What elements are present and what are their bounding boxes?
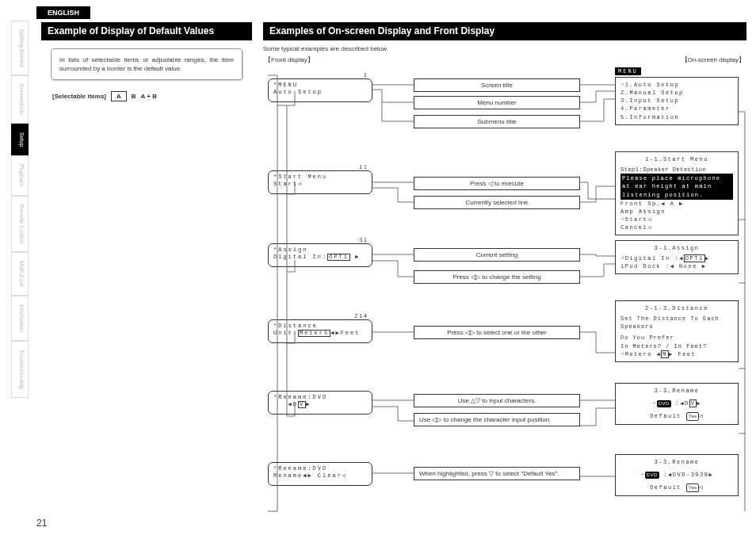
osd-line: iPod Dock :◀ None ▶ [620, 262, 733, 270]
osd-line: ☞Digital In :◀OPT1▶ [620, 254, 733, 262]
desc-change-setting: Press ◁▷ to change the setting [414, 270, 580, 284]
side-tab[interactable]: Connections [11, 75, 29, 124]
lcd-line: *Distance [273, 323, 367, 330]
osd-highlight: Please place microphone at ear height at… [620, 174, 733, 199]
osd-rename-2: 3-3.Rename ☞DVD :◀DVD-3930▶ Default Yes◁ [615, 454, 739, 496]
side-tab[interactable]: Troubleshooting [11, 341, 29, 398]
legend-row: Front display On-screen display [265, 55, 745, 64]
desc-press-execute: Press ◁ to execute [414, 177, 580, 190]
osd-main-menu: ☞1.Auto Setup 2.Manual Setup 3.Input Set… [615, 77, 739, 125]
osd-title: 3-3.Rename [620, 458, 733, 466]
lcd-num: 11 [359, 163, 368, 170]
osd-line: ☞Meters ◀M▶ Feet [620, 350, 733, 358]
osd-line: ☞1.Auto Setup [620, 81, 733, 89]
osd-line: Cancel◁ [620, 224, 733, 231]
lcd-num: 214 [354, 312, 368, 319]
osd-line: ☞Start◁ [620, 216, 733, 224]
front-display-4: 214 *Distance Unit:Meters◀▶Feet [268, 319, 372, 343]
osd-menu-pill: MENU [615, 67, 641, 75]
osd-subhead: Step1:Speaker Detection [620, 166, 733, 174]
desc-current-setting: Current setting [414, 248, 580, 262]
osd-line: In Meters? / In Feet? [620, 342, 733, 350]
default-option-box: A [111, 91, 127, 101]
lcd-line: Unit:Meters◀▶Feet [273, 330, 367, 337]
front-display-3: 31 *Assign Digital In:OPT1 ▶ [268, 243, 372, 267]
lcd-line: Rename◀▶ Clear◁ [273, 472, 367, 480]
right-column: Examples of On-screen Display and Front … [263, 22, 746, 527]
legend-osd: On-screen display [682, 55, 745, 64]
language-tab: ENGLISH [36, 6, 90, 19]
side-tab[interactable]: Getting Started [11, 21, 29, 75]
osd-title: 2-1-3.Distance [620, 304, 733, 312]
lcd-line: Auto Setup [273, 89, 367, 96]
left-column: Example of Display of Default Values In … [41, 22, 252, 101]
osd-start-menu: 1-1.Start Menu Step1:Speaker Detection P… [615, 151, 739, 235]
side-tab[interactable]: Remote Control [11, 196, 29, 252]
osd-line: Amp Assign [620, 208, 733, 216]
osd-default-line: Default Yes◁ [620, 483, 733, 492]
osd-rename-1: 3-3.Rename ☞DVD :◀DV▶ Default Yes◁ [615, 383, 739, 425]
lcd-line: *Rename:DVD [273, 394, 367, 401]
dvd-pill: DVD [657, 400, 671, 407]
option-b: B [132, 93, 136, 100]
osd-line: 3.Input Setup [620, 97, 733, 105]
side-tab-active[interactable]: Setup [11, 124, 29, 155]
lcd-line: *Assign [273, 246, 367, 254]
osd-line: Do You Prefer [620, 334, 733, 342]
desc-submenu-title: Submenu title [414, 115, 580, 128]
diagram-area: MENU 1 *MENU Auto Setup 11 *Start Menu S… [263, 67, 746, 527]
lcd-line: Start◁ [273, 181, 367, 188]
side-tab[interactable]: Playback [11, 155, 29, 195]
osd-line: 4.Parameter [620, 105, 733, 113]
lcd-line: ◀DV▶ [273, 401, 367, 408]
page-number: 21 [36, 518, 47, 529]
front-display-5: *Rename:DVD ◀DV▶ [268, 391, 372, 415]
osd-line: Set The Distance To Each Speakers [620, 315, 733, 331]
note-box: In lists of selectable items or adjustab… [51, 48, 242, 80]
osd-distance: 2-1-3.Distance Set The Distance To Each … [615, 300, 739, 362]
osd-assign: 3-1.Assign ☞Digital In :◀OPT1▶ iPod Dock… [615, 240, 739, 274]
osd-default-line: Default Yes◁ [620, 412, 733, 421]
osd-title: 1-1.Start Menu [620, 155, 733, 163]
front-display-6: *Rename:DVD Rename◀▶ Clear◁ [268, 462, 372, 486]
side-tab[interactable]: Information [11, 296, 29, 341]
lcd-line: Digital In:OPT1 ▶ [273, 254, 367, 261]
osd-line: 5.Information [620, 113, 733, 121]
lcd-line: *MENU [273, 82, 367, 89]
side-tab[interactable]: Multi-Zone [11, 252, 29, 296]
osd-line: Front Sp.◀ A ▶ [620, 200, 733, 208]
desc-change-position: Use ◁▷ to change the character input pos… [414, 413, 580, 426]
desc-selected-line: Currently selected line [414, 196, 580, 209]
left-heading: Example of Display of Default Values [41, 22, 252, 40]
lcd-num: 1 [364, 71, 368, 78]
desc-menu-number: Menu number [414, 96, 580, 109]
front-display-2: 11 *Start Menu Start◁ [268, 170, 372, 194]
desc-screen-title: Screen title [414, 78, 580, 92]
legend-front: Front display [265, 55, 314, 64]
lcd-line: *Rename:DVD [273, 465, 367, 472]
lcd-num: 31 [359, 236, 368, 243]
typical-text: Some typical examples are described belo… [263, 45, 746, 52]
right-heading: Examples of On-screen Display and Front … [263, 22, 746, 40]
side-nav: Getting Started Connections Setup Playba… [11, 21, 29, 398]
desc-default-yes: When highlighted, press ▽ to select "Def… [414, 467, 580, 480]
desc-input-chars: Use △▽ to input characters. [414, 394, 580, 407]
selectable-label: [Selectable items] [52, 93, 106, 100]
osd-line: ☞DVD :◀DVD-3930▶ [620, 471, 733, 479]
front-display-1: 1 *MENU Auto Setup [268, 78, 372, 102]
osd-title: 3-1.Assign [620, 244, 733, 252]
dvd-pill: DVD [645, 472, 659, 479]
selectable-items-row: [Selectable items] A B A + B [52, 91, 252, 101]
osd-title: 3-3.Rename [620, 387, 733, 395]
option-ab: A + B [141, 93, 157, 100]
lcd-line: *Start Menu [273, 174, 367, 181]
osd-line: ☞DVD :◀DV▶ [620, 399, 733, 407]
desc-select-either: Press ◁▷ to select one or the other [414, 326, 580, 339]
osd-line: 2.Manual Setup [620, 89, 733, 97]
